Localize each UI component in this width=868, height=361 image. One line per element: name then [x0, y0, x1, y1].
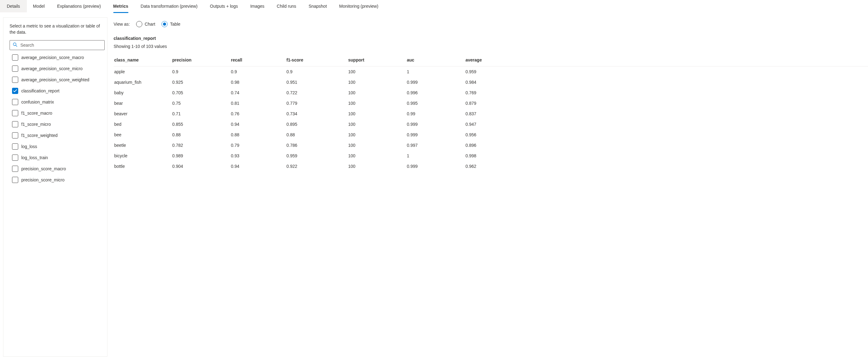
col-precision[interactable]: precision [172, 54, 231, 66]
cell-support: 100 [348, 109, 407, 119]
tab-model[interactable]: Model [27, 0, 51, 12]
cell-f1: 0.959 [286, 150, 348, 161]
metric-label: log_loss [21, 144, 37, 149]
checkbox-icon[interactable] [12, 121, 18, 127]
tab-snapshot[interactable]: Snapshot [303, 0, 333, 12]
classification-report-table: class_nameprecisionrecallf1-scoresupport… [114, 54, 868, 171]
tab-details[interactable]: Details [0, 0, 27, 12]
metric-item-confusion_matrix[interactable]: confusion_matrix [9, 96, 107, 108]
tab-outputs-logs[interactable]: Outputs + logs [204, 0, 244, 12]
tab-metrics[interactable]: Metrics [107, 0, 134, 12]
checkbox-icon[interactable] [12, 177, 18, 183]
cell-precision: 0.88 [172, 130, 231, 140]
checkbox-icon[interactable] [12, 88, 18, 94]
report-subtitle: Showing 1-10 of 103 values [114, 44, 868, 49]
col-recall[interactable]: recall [231, 54, 286, 66]
checkbox-icon[interactable] [12, 99, 18, 105]
checkbox-icon[interactable] [12, 110, 18, 116]
metric-item-log_loss[interactable]: log_loss [9, 141, 107, 152]
checkbox-icon[interactable] [12, 166, 18, 172]
tab-monitoring-preview-[interactable]: Monitoring (preview) [333, 0, 384, 12]
metric-label: average_precision_score_micro [21, 66, 83, 71]
table-row: beetle0.7820.790.7861000.9970.896 [114, 140, 868, 150]
metric-label: precision_score_macro [21, 166, 66, 171]
cell-auc: 0.995 [407, 98, 465, 109]
main-panel: View as: Chart Table classification_repo… [107, 12, 868, 360]
cell-support: 100 [348, 119, 407, 130]
checkbox-icon[interactable] [12, 54, 18, 61]
col-average[interactable]: average [465, 54, 868, 66]
metric-item-f1_score_micro[interactable]: f1_score_micro [9, 119, 107, 130]
view-as-table[interactable]: Table [161, 21, 180, 27]
tab-bar: DetailsModelExplanations (preview)Metric… [0, 0, 868, 12]
metric-list[interactable]: average_precision_score_macroaverage_pre… [9, 52, 107, 354]
cell-support: 100 [348, 98, 407, 109]
checkbox-icon[interactable] [12, 77, 18, 83]
view-as-label: View as: [114, 22, 130, 27]
layout: Select a metric to see a visualization o… [0, 12, 868, 360]
metric-label: f1_score_micro [21, 122, 51, 127]
cell-avg: 0.998 [465, 150, 868, 161]
table-row: bottle0.9040.940.9221000.9990.962 [114, 161, 868, 171]
metric-label: average_precision_score_macro [21, 55, 84, 60]
checkbox-icon[interactable] [12, 65, 18, 72]
radio-label-table: Table [170, 22, 180, 27]
metric-item-f1_score_weighted[interactable]: f1_score_weighted [9, 130, 107, 141]
cell-auc: 0.999 [407, 130, 465, 140]
metric-item-average_precision_score_micro[interactable]: average_precision_score_micro [9, 63, 107, 74]
metric-item-average_precision_score_macro[interactable]: average_precision_score_macro [9, 52, 107, 63]
cell-class_name: baby [114, 87, 172, 98]
cell-class_name: bicycle [114, 150, 172, 161]
cell-recall: 0.81 [231, 98, 286, 109]
cell-recall: 0.74 [231, 87, 286, 98]
cell-precision: 0.925 [172, 77, 231, 87]
col-f1-score[interactable]: f1-score [286, 54, 348, 66]
metric-item-f1_score_macro[interactable]: f1_score_macro [9, 108, 107, 119]
cell-precision: 0.75 [172, 98, 231, 109]
col-auc[interactable]: auc [407, 54, 465, 66]
table-scroll[interactable]: class_nameprecisionrecallf1-scoresupport… [114, 54, 868, 357]
cell-avg: 0.769 [465, 87, 868, 98]
cell-recall: 0.93 [231, 150, 286, 161]
cell-f1: 0.895 [286, 119, 348, 130]
checkbox-icon[interactable] [12, 132, 18, 138]
cell-class_name: bee [114, 130, 172, 140]
view-as-chart[interactable]: Chart [136, 21, 155, 27]
cell-support: 100 [348, 77, 407, 87]
checkbox-icon[interactable] [12, 155, 18, 161]
metric-item-average_precision_score_weighted[interactable]: average_precision_score_weighted [9, 74, 107, 85]
cell-precision: 0.855 [172, 119, 231, 130]
checkbox-icon[interactable] [12, 143, 18, 149]
cell-auc: 1 [407, 66, 465, 77]
cell-auc: 0.999 [407, 119, 465, 130]
cell-support: 100 [348, 66, 407, 77]
metric-item-log_loss_train[interactable]: log_loss_train [9, 152, 107, 163]
metric-item-precision_score_macro[interactable]: precision_score_macro [9, 163, 107, 174]
metric-item-classification_report[interactable]: classification_report [9, 85, 107, 96]
table-row: bicycle0.9890.930.95910010.998 [114, 150, 868, 161]
tab-data-transformation-preview-[interactable]: Data transformation (preview) [134, 0, 204, 12]
cell-class_name: bottle [114, 161, 172, 171]
table-row: beaver0.710.760.7341000.990.837 [114, 109, 868, 119]
cell-support: 100 [348, 161, 407, 171]
search-input[interactable] [9, 40, 105, 50]
cell-recall: 0.88 [231, 130, 286, 140]
cell-recall: 0.94 [231, 161, 286, 171]
metrics-sidebar: Select a metric to see a visualization o… [3, 17, 107, 357]
tab-child-runs[interactable]: Child runs [271, 0, 303, 12]
table-body: apple0.90.90.910010.959aquarium_fish0.92… [114, 66, 868, 172]
metric-item-precision_score_micro[interactable]: precision_score_micro [9, 174, 107, 186]
cell-avg: 0.837 [465, 109, 868, 119]
tab-explanations-preview-[interactable]: Explanations (preview) [51, 0, 107, 12]
cell-class_name: bed [114, 119, 172, 130]
table-row: aquarium_fish0.9250.980.9511000.9990.984 [114, 77, 868, 87]
cell-class_name: bear [114, 98, 172, 109]
col-support[interactable]: support [348, 54, 407, 66]
view-as-row: View as: Chart Table [114, 21, 868, 27]
cell-f1: 0.786 [286, 140, 348, 150]
col-class_name[interactable]: class_name [114, 54, 172, 66]
tab-images[interactable]: Images [244, 0, 271, 12]
cell-precision: 0.904 [172, 161, 231, 171]
cell-support: 100 [348, 140, 407, 150]
cell-precision: 0.9 [172, 66, 231, 77]
